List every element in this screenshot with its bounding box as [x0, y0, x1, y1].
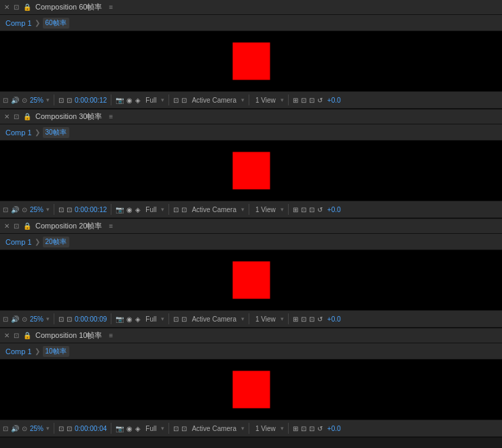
- camera-chevron[interactable]: ▾: [241, 425, 245, 432]
- timecode-display[interactable]: 0:00:00:04: [75, 425, 107, 432]
- monitor-icon[interactable]: ⊡: [58, 206, 64, 213]
- breadcrumb-comp[interactable]: Comp 1: [5, 128, 32, 137]
- grid-icon[interactable]: ⊞: [293, 97, 298, 104]
- reset-icon[interactable]: ↺: [317, 425, 323, 432]
- timecode-display[interactable]: 0:00:00:12: [75, 97, 107, 104]
- plus-value[interactable]: +0.0: [325, 97, 343, 104]
- hamburger-icon[interactable]: ≡: [109, 222, 113, 230]
- view-chevron[interactable]: ▾: [281, 97, 284, 103]
- close-button[interactable]: ✕: [4, 332, 10, 339]
- view-chevron[interactable]: ▾: [281, 315, 284, 322]
- layout-icon[interactable]: ⊡: [301, 206, 306, 213]
- zoom-value[interactable]: 25%: [30, 425, 43, 432]
- layout-icon[interactable]: ⊡: [301, 97, 306, 104]
- reset-icon[interactable]: ↺: [317, 97, 323, 104]
- layout-icon[interactable]: ⊡: [301, 315, 306, 323]
- zoom-chevron[interactable]: ▾: [46, 97, 50, 103]
- pixel-aspect-icon[interactable]: ⊡: [67, 97, 72, 104]
- camera-label[interactable]: Active Camera: [190, 425, 238, 432]
- render-icon[interactable]: ⊡: [173, 315, 179, 323]
- render-icon[interactable]: ⊡: [173, 425, 179, 432]
- pixel-aspect-icon[interactable]: ⊡: [67, 425, 72, 432]
- timecode-display[interactable]: 0:00:00:09: [75, 315, 107, 323]
- monitor-icon[interactable]: ⊡: [58, 97, 64, 104]
- view-chevron[interactable]: ▾: [281, 425, 284, 432]
- camera-label[interactable]: Active Camera: [190, 97, 238, 104]
- channel-icon[interactable]: ⊡: [309, 97, 315, 104]
- transparency-icon[interactable]: ◈: [135, 206, 141, 213]
- channel-icon[interactable]: ⊡: [309, 315, 315, 323]
- render-icon[interactable]: ⊡: [173, 97, 179, 104]
- quality-select-label[interactable]: Full: [143, 425, 158, 432]
- breadcrumb-comp[interactable]: Comp 1: [5, 19, 32, 27]
- pixel-aspect-icon[interactable]: ⊡: [67, 315, 72, 323]
- view-label[interactable]: 1 View: [253, 425, 278, 432]
- snapshot-icon[interactable]: 📷: [115, 425, 124, 432]
- channel-icon[interactable]: ⊡: [309, 425, 315, 432]
- plus-value[interactable]: +0.0: [325, 315, 343, 323]
- region-icon[interactable]: ⊡: [181, 206, 187, 213]
- region-icon[interactable]: ⊡: [181, 97, 187, 104]
- quality-chevron[interactable]: ▾: [161, 97, 164, 103]
- transparency-icon[interactable]: ◈: [135, 425, 141, 432]
- quality-select-label[interactable]: Full: [143, 315, 158, 323]
- close-button[interactable]: ✕: [4, 222, 10, 230]
- quality-chevron[interactable]: ▾: [161, 206, 164, 213]
- zoom-value[interactable]: 25%: [30, 97, 43, 104]
- zoom-chevron[interactable]: ▾: [46, 315, 50, 322]
- breadcrumb-comp[interactable]: Comp 1: [5, 347, 32, 356]
- transparency-icon[interactable]: ◈: [135, 97, 141, 104]
- zoom-value[interactable]: 25%: [30, 315, 43, 323]
- hamburger-icon[interactable]: ≡: [109, 3, 113, 11]
- color-wheel-icon[interactable]: ◉: [126, 315, 132, 323]
- camera-chevron[interactable]: ▾: [241, 97, 245, 103]
- region-icon[interactable]: ⊡: [181, 315, 187, 323]
- plus-value[interactable]: +0.0: [325, 206, 343, 213]
- fps-tag[interactable]: 10帧率: [43, 346, 69, 357]
- color-wheel-icon[interactable]: ◉: [126, 425, 132, 432]
- camera-chevron[interactable]: ▾: [241, 206, 245, 213]
- hamburger-icon[interactable]: ≡: [109, 113, 113, 120]
- layout-icon[interactable]: ⊡: [301, 425, 306, 432]
- monitor-icon[interactable]: ⊡: [58, 315, 64, 323]
- breadcrumb-comp[interactable]: Comp 1: [5, 238, 32, 246]
- snapshot-icon[interactable]: 📷: [115, 315, 124, 323]
- snapshot-icon[interactable]: 📷: [115, 206, 124, 213]
- camera-chevron[interactable]: ▾: [241, 315, 245, 322]
- pixel-aspect-icon[interactable]: ⊡: [67, 206, 72, 213]
- quality-chevron[interactable]: ▾: [161, 315, 164, 322]
- render-icon[interactable]: ⊡: [173, 206, 179, 213]
- channel-icon[interactable]: ⊡: [309, 206, 315, 213]
- view-label[interactable]: 1 View: [253, 315, 278, 323]
- region-icon[interactable]: ⊡: [181, 425, 187, 432]
- transparency-icon[interactable]: ◈: [135, 315, 141, 323]
- camera-label[interactable]: Active Camera: [190, 315, 238, 323]
- grid-icon[interactable]: ⊞: [293, 315, 298, 323]
- reset-icon[interactable]: ↺: [317, 315, 323, 323]
- quality-select-label[interactable]: Full: [143, 206, 158, 213]
- zoom-value[interactable]: 25%: [30, 206, 43, 213]
- view-label[interactable]: 1 View: [253, 206, 278, 213]
- timecode-display[interactable]: 0:00:00:12: [75, 206, 107, 213]
- fps-tag[interactable]: 20帧率: [43, 237, 69, 247]
- zoom-chevron[interactable]: ▾: [46, 206, 50, 213]
- view-chevron[interactable]: ▾: [281, 206, 284, 213]
- fps-tag[interactable]: 60帧率: [43, 18, 69, 29]
- color-wheel-icon[interactable]: ◉: [126, 97, 132, 104]
- grid-icon[interactable]: ⊞: [293, 206, 298, 213]
- close-button[interactable]: ✕: [4, 113, 10, 120]
- monitor-icon[interactable]: ⊡: [58, 425, 64, 432]
- quality-chevron[interactable]: ▾: [161, 425, 164, 432]
- camera-label[interactable]: Active Camera: [190, 206, 238, 213]
- color-wheel-icon[interactable]: ◉: [126, 206, 132, 213]
- fps-tag[interactable]: 30帧率: [43, 127, 69, 138]
- close-button[interactable]: ✕: [4, 3, 10, 11]
- view-label[interactable]: 1 View: [253, 97, 278, 104]
- quality-select-label[interactable]: Full: [143, 97, 158, 104]
- grid-icon[interactable]: ⊞: [293, 425, 298, 432]
- hamburger-icon[interactable]: ≡: [109, 332, 113, 339]
- snapshot-icon[interactable]: 📷: [115, 97, 124, 104]
- zoom-chevron[interactable]: ▾: [46, 425, 50, 432]
- reset-icon[interactable]: ↺: [317, 206, 323, 213]
- plus-value[interactable]: +0.0: [325, 425, 343, 432]
